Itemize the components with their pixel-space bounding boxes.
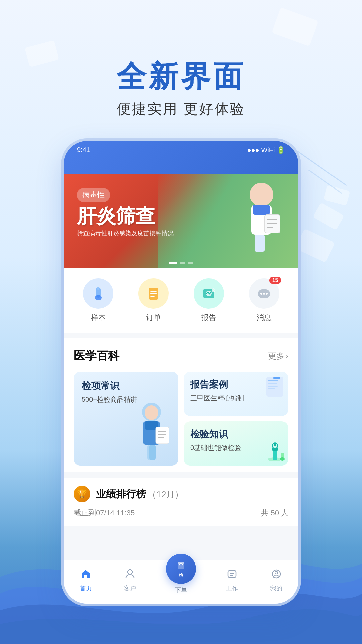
nav-work-label: 工作 <box>226 584 238 592</box>
deco-line-1 <box>297 151 347 186</box>
quick-menu: 样本 订单 <box>64 268 298 333</box>
dot-1 <box>169 262 177 264</box>
phone-status-bar: 9:41 ●●● WiFi 🔋 <box>64 146 298 154</box>
dot-3 <box>188 262 193 264</box>
main-title: 全新界面 <box>0 60 362 93</box>
ranking-section: 🏆 业绩排行榜 （12月） 截止到07/14 11:35 共 50 人 <box>64 478 298 526</box>
menu-item-message[interactable]: 15 消息 <box>249 278 279 323</box>
svg-point-45 <box>280 457 285 461</box>
bottom-navigation: 首页 客户 检 下单 <box>64 560 298 604</box>
time: 9:41 <box>77 146 90 154</box>
section-title: 医学百科 <box>74 348 119 364</box>
svg-rect-34 <box>268 380 278 381</box>
nav-customer-label: 客户 <box>124 584 136 592</box>
svg-rect-28 <box>149 445 156 460</box>
section-more-link[interactable]: 更多 › <box>268 351 288 361</box>
card-lab-illustration <box>264 440 286 463</box>
order-label: 订单 <box>146 313 161 323</box>
svg-point-46 <box>128 570 132 574</box>
nav-item-customer[interactable]: 客户 <box>122 566 138 592</box>
menu-item-sample[interactable]: 样本 <box>83 278 113 323</box>
message-label: 消息 <box>257 313 272 323</box>
center-btn-label: 检 <box>179 572 183 578</box>
signal: ●●● WiFi 🔋 <box>247 146 285 154</box>
svg-rect-14 <box>150 293 157 294</box>
bg-decoration-4 <box>295 229 335 263</box>
center-order-button[interactable]: 检 <box>166 554 196 584</box>
card-checklist-knowledge[interactable]: 检项常识 500+检验商品精讲 <box>74 372 178 466</box>
nav-item-work[interactable]: 工作 <box>224 566 240 592</box>
cards-grid: 检项常识 500+检验商品精讲 <box>74 372 288 466</box>
bg-decoration-3 <box>313 202 344 230</box>
sample-label: 样本 <box>91 313 106 323</box>
svg-rect-47 <box>178 562 184 564</box>
work-icon <box>224 566 240 582</box>
card-report-illustration <box>265 375 285 400</box>
banner-text-area: 病毒性 肝炎筛查 筛查病毒性肝炎感染及疫苗接种情况 <box>77 188 174 237</box>
card-lab-knowledge[interactable]: 检验知识 0基础也能做检验 <box>184 421 288 466</box>
card-lab-title: 检验知识 <box>190 428 282 441</box>
nav-mine-label: 我的 <box>270 584 282 592</box>
svg-rect-35 <box>268 383 277 384</box>
svg-point-10 <box>95 295 102 300</box>
nav-home-label: 首页 <box>80 584 92 592</box>
svg-point-52 <box>275 571 278 574</box>
card-large-title: 检项常识 <box>82 380 170 392</box>
banner-pagination-dots <box>169 262 193 264</box>
ranking-title: 业绩排行榜 <box>96 488 146 499</box>
svg-point-20 <box>260 293 262 295</box>
nav-item-mine[interactable]: 我的 <box>268 566 285 592</box>
svg-rect-43 <box>274 442 276 446</box>
banner-tag: 病毒性 <box>77 188 110 202</box>
menu-item-report[interactable]: 查 报告 <box>194 278 224 323</box>
svg-rect-36 <box>268 386 278 387</box>
svg-rect-11 <box>97 287 99 290</box>
svg-rect-4 <box>255 235 261 252</box>
card-report-cases[interactable]: 报告案例 三甲医生精心编制 <box>184 372 288 416</box>
card-large-illustration <box>125 398 178 466</box>
deco-line-2 <box>308 170 342 194</box>
svg-point-21 <box>263 293 265 295</box>
customer-icon <box>122 566 138 582</box>
home-icon <box>77 566 94 582</box>
svg-point-24 <box>145 405 158 420</box>
message-badge: 15 <box>269 277 281 284</box>
ranking-title-group: 业绩排行榜 （12月） <box>96 487 183 501</box>
ranking-period: （12月） <box>147 489 183 499</box>
banner[interactable]: 病毒性 肝炎筛查 筛查病毒性肝炎感染及疫苗接种情况 <box>64 174 298 268</box>
report-icon: 查 <box>194 278 224 309</box>
banner-sub-text: 筛查病毒性肝炎感染及疫苗接种情况 <box>77 229 174 237</box>
sample-icon <box>83 278 113 309</box>
svg-rect-40 <box>273 450 277 460</box>
banner-main-text: 肝炎筛查 <box>77 205 174 227</box>
chevron-right-icon: › <box>286 351 288 361</box>
nav-item-order-center[interactable]: 检 下单 <box>166 564 196 594</box>
medical-section: 医学百科 更多 › 检项常识 500+检验商品精讲 <box>64 338 298 472</box>
svg-rect-38 <box>273 377 280 379</box>
nav-order-label: 下单 <box>175 586 187 594</box>
svg-rect-13 <box>150 291 157 292</box>
message-icon: 15 <box>249 278 279 309</box>
mine-icon <box>268 566 285 582</box>
order-icon <box>138 278 169 309</box>
svg-point-0 <box>250 183 273 206</box>
svg-rect-15 <box>150 296 155 297</box>
bg-decoration-5 <box>323 185 350 206</box>
header-section: 全新界面 便捷实用 更好体验 <box>0 60 362 118</box>
ranking-total: 共 50 人 <box>261 508 288 518</box>
ranking-trophy-icon: 🏆 <box>74 486 90 502</box>
menu-item-order[interactable]: 订单 <box>138 278 169 323</box>
nav-item-home[interactable]: 首页 <box>77 566 94 592</box>
phone-top-bar: 9:41 ●●● WiFi 🔋 <box>64 141 298 174</box>
banner-doctor-illustration <box>235 178 288 262</box>
sub-title: 便捷实用 更好体验 <box>0 100 362 118</box>
svg-text:查: 查 <box>212 288 215 292</box>
svg-rect-37 <box>268 388 275 389</box>
phone-content: 病毒性 肝炎筛查 筛查病毒性肝炎感染及疫苗接种情况 <box>64 174 298 560</box>
phone-mockup: 9:41 ●●● WiFi 🔋 病毒性 肝炎筛查 筛查病毒性肝炎感染及疫苗接种情… <box>64 141 298 604</box>
ranking-header: 🏆 业绩排行榜 （12月） <box>74 486 288 502</box>
ranking-deadline: 截止到07/14 11:35 <box>74 508 135 518</box>
svg-rect-2 <box>253 205 270 215</box>
svg-rect-48 <box>228 571 236 577</box>
report-label: 报告 <box>201 313 216 323</box>
